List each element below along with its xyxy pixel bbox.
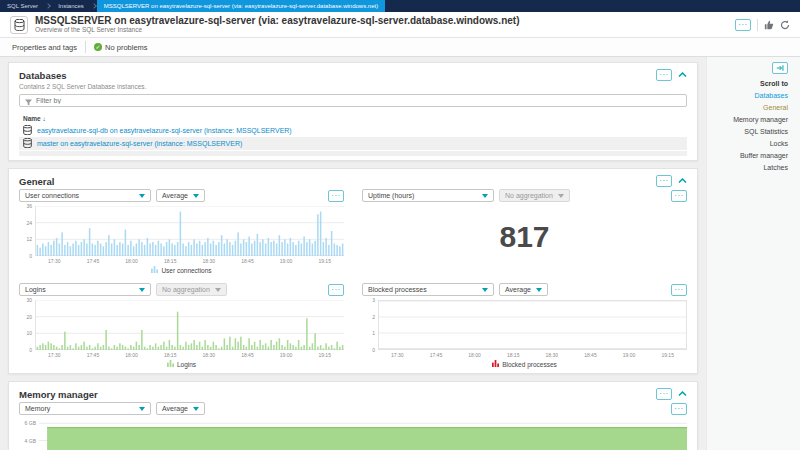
select-value: No aggregation	[162, 286, 210, 293]
ellipsis-icon: ···	[331, 192, 341, 200]
chart-more-options-button[interactable]: ···	[328, 190, 344, 202]
databases-filter-input[interactable]	[36, 97, 681, 104]
ellipsis-icon: ···	[674, 192, 684, 200]
chevron-down-icon	[139, 407, 145, 411]
aggregation-select[interactable]: Average	[156, 402, 205, 415]
databases-title: Databases	[19, 70, 656, 81]
x-axis-labels: 17:3017:4518:0018:1518:3018:4519:0019:15	[378, 350, 687, 358]
table-row-database-1[interactable]: easytravelazure-sql-db on easytravelazur…	[19, 124, 687, 137]
chevron-down-icon	[482, 288, 488, 292]
aggregation-select-disabled: No aggregation	[499, 189, 570, 202]
filter-funnel-icon	[25, 92, 32, 110]
y-axis-labels: 6 GB4 GB2 GB	[19, 419, 39, 450]
thumbs-up-icon[interactable]	[764, 20, 774, 30]
breadcrumb-item-sql-server[interactable]: SQL Server	[0, 0, 45, 12]
legend-bars-icon	[167, 360, 174, 368]
page-subtitle: Overview of the SQL Server Instance	[35, 26, 735, 34]
chart-legend[interactable]: User connections	[19, 264, 344, 275]
breadcrumb-separator-icon	[45, 3, 51, 9]
breadcrumb-item-instances[interactable]: Instances	[51, 0, 91, 12]
database-link[interactable]: easytravelazure-sql-db on easytravelazur…	[37, 127, 292, 134]
sql-server-entity-icon	[10, 16, 28, 34]
problems-status[interactable]: ✓ No problems	[94, 43, 148, 52]
properties-bar: Properties and tags ✓ No problems	[0, 38, 800, 57]
chevron-down-icon	[482, 194, 488, 198]
select-value: Average	[162, 192, 188, 199]
metric-select-uptime[interactable]: Uptime (hours)	[362, 189, 494, 202]
legend-label: User connections	[161, 267, 211, 274]
logins-chart[interactable]	[35, 300, 344, 350]
chart-legend[interactable]: Logins	[19, 358, 344, 369]
scroll-to-databases[interactable]: Databases	[707, 92, 788, 99]
select-value: Memory	[25, 405, 50, 412]
header-more-options-button[interactable]: ···	[735, 19, 751, 31]
databases-more-options-button[interactable]: ···	[656, 69, 672, 81]
memory-collapse-chevron-up-icon[interactable]	[678, 391, 687, 397]
uptime-panel: Uptime (hours) No aggregation ··· 817	[362, 189, 687, 275]
databases-collapse-chevron-up-icon[interactable]	[678, 72, 687, 78]
collapse-panel-button[interactable]	[772, 62, 788, 74]
database-icon	[23, 138, 32, 149]
memory-more-options-button[interactable]: ···	[656, 388, 672, 400]
metric-select-blocked-processes[interactable]: Blocked processes	[362, 283, 494, 296]
aggregation-select[interactable]: Average	[499, 283, 548, 296]
x-axis-labels: 17:3017:4518:0018:1518:3018:4519:0019:15	[35, 256, 344, 264]
legend-label: Blocked processes	[502, 361, 557, 368]
databases-subtitle: Contains 2 SQL Server Database instances…	[19, 83, 687, 90]
chevron-down-icon	[139, 194, 145, 198]
general-more-options-button[interactable]: ···	[656, 175, 672, 187]
select-value: Average	[162, 405, 188, 412]
scroll-to-memory-manager[interactable]: Memory manager	[707, 116, 788, 123]
breadcrumb-item-current-instance[interactable]: MSSQLSERVER on easytravelazure-sql-serve…	[97, 0, 385, 12]
ellipsis-icon: ···	[659, 390, 669, 398]
y-axis-labels: 0123	[362, 300, 378, 350]
metric-select-user-connections[interactable]: User connections	[19, 189, 151, 202]
select-value: Average	[505, 286, 531, 293]
chevron-down-icon	[193, 407, 199, 411]
name-header-label: Name	[23, 115, 41, 122]
no-problems-icon: ✓	[94, 43, 102, 51]
ellipsis-icon: ···	[674, 405, 684, 413]
main-content: Databases ··· Contains 2 SQL Server Data…	[0, 57, 706, 450]
chart-more-options-button[interactable]: ···	[671, 403, 687, 415]
refresh-icon[interactable]	[780, 20, 790, 30]
general-collapse-chevron-up-icon[interactable]	[678, 178, 687, 184]
legend-label: Logins	[177, 361, 196, 368]
chart-more-options-button[interactable]: ···	[671, 190, 687, 202]
select-value: No aggregation	[505, 192, 553, 199]
scroll-to-locks[interactable]: Locks	[707, 140, 788, 147]
metric-select-memory[interactable]: Memory	[19, 402, 151, 415]
chart-legend[interactable]: Blocked processes	[362, 358, 687, 369]
blocked-processes-chart[interactable]	[378, 300, 687, 350]
y-axis-labels: 0122436	[19, 206, 35, 256]
scroll-to-latches[interactable]: Latches	[707, 164, 788, 171]
select-value: Blocked processes	[368, 286, 427, 293]
scroll-to-general[interactable]: General	[707, 104, 788, 111]
properties-and-tags-toggle[interactable]: Properties and tags	[12, 43, 77, 52]
aggregation-select[interactable]: Average	[156, 189, 205, 202]
scroll-to-sql-statistics[interactable]: SQL Statistics	[707, 128, 788, 135]
ellipsis-icon: ···	[659, 177, 669, 185]
legend-bars-icon	[151, 266, 158, 274]
database-link[interactable]: master on easytravelazure-sql-server (in…	[37, 140, 242, 147]
memory-chart[interactable]	[39, 419, 687, 450]
aggregation-select-disabled: No aggregation	[156, 283, 227, 296]
chart-more-options-button[interactable]: ···	[671, 284, 687, 296]
x-axis-labels: 17:3017:4518:0018:1518:3018:4519:0019:15	[35, 350, 344, 358]
select-value: Logins	[25, 286, 46, 293]
memory-manager-title: Memory manager	[19, 389, 656, 400]
chart-more-options-button[interactable]: ···	[328, 284, 344, 296]
chevron-down-icon	[558, 194, 564, 198]
table-row-database-2[interactable]: master on easytravelazure-sql-server (in…	[19, 137, 687, 150]
chevron-down-icon	[193, 194, 199, 198]
breadcrumb-separator-icon	[91, 3, 97, 9]
ellipsis-icon: ···	[674, 286, 684, 294]
uptime-value: 817	[362, 206, 687, 268]
metric-select-logins[interactable]: Logins	[19, 283, 151, 296]
scroll-to-buffer-manager[interactable]: Buffer manager	[707, 152, 788, 159]
general-section: General ··· User connections Average ···	[8, 168, 698, 374]
divider	[85, 41, 86, 53]
select-value: User connections	[25, 192, 79, 199]
name-column-header[interactable]: Name ↓	[19, 113, 687, 124]
user-connections-chart[interactable]	[35, 206, 344, 256]
